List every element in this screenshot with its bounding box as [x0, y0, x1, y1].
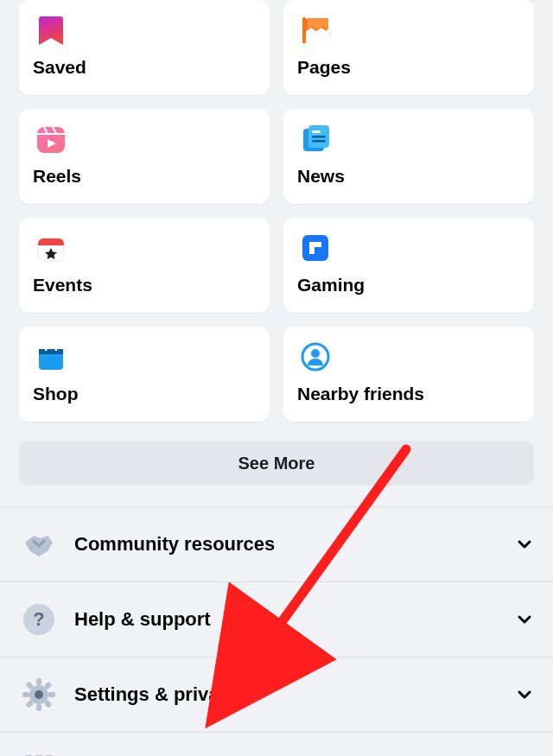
help-icon: ?	[19, 600, 59, 639]
shortcut-gaming[interactable]: Gaming	[283, 218, 534, 313]
shortcut-label: Reels	[33, 166, 256, 187]
shortcut-label: News	[297, 166, 520, 187]
shortcut-news[interactable]: News	[283, 109, 534, 204]
shortcut-label: Saved	[33, 57, 256, 78]
section-help-support[interactable]: ? Help & support	[0, 582, 553, 658]
events-icon	[33, 230, 69, 266]
news-icon	[297, 121, 334, 157]
section-settings-privacy[interactable]: Settings & privacy	[0, 658, 553, 733]
see-more-label: See More	[238, 454, 315, 473]
section-label: Settings & privacy	[74, 683, 515, 706]
shortcut-shop[interactable]: Shop	[19, 327, 270, 422]
see-more-button[interactable]: See More	[19, 441, 534, 486]
reels-icon	[33, 121, 69, 157]
shortcut-nearby-friends[interactable]: Nearby friends	[283, 327, 534, 422]
handshake-icon	[19, 524, 59, 564]
svg-rect-19	[48, 692, 55, 697]
svg-point-12	[311, 349, 320, 358]
shortcut-label: Gaming	[297, 275, 520, 295]
section-label: Help & support	[74, 608, 515, 631]
gaming-icon	[297, 230, 334, 266]
section-label: Community resources	[74, 533, 515, 556]
svg-rect-4	[312, 130, 321, 133]
svg-rect-8	[302, 235, 328, 261]
svg-text:?: ?	[33, 608, 44, 630]
saved-icon	[33, 12, 69, 48]
chevron-down-icon	[515, 535, 534, 554]
nearby-friends-icon	[297, 339, 334, 375]
shortcut-label: Events	[33, 275, 256, 295]
chevron-down-icon	[515, 685, 534, 704]
shortcut-events[interactable]: Events	[19, 218, 270, 313]
apps-grid-icon	[19, 750, 59, 756]
shortcut-reels[interactable]: Reels	[19, 109, 270, 204]
section-also-from-meta[interactable]: Also from Meta	[0, 733, 553, 756]
svg-rect-17	[36, 704, 41, 711]
shortcut-label: Nearby friends	[297, 384, 520, 404]
svg-rect-16	[36, 678, 41, 685]
svg-rect-6	[312, 140, 326, 143]
svg-rect-1	[37, 127, 65, 153]
shortcut-pages[interactable]: Pages	[283, 0, 534, 95]
gear-icon	[19, 675, 59, 715]
shortcut-label: Shop	[33, 384, 256, 404]
section-community-resources[interactable]: Community resources	[0, 507, 553, 582]
pages-icon	[297, 12, 334, 48]
shortcut-label: Pages	[297, 57, 520, 78]
shortcut-saved[interactable]: Saved	[19, 0, 270, 95]
svg-rect-5	[312, 136, 326, 138]
svg-rect-10	[39, 349, 63, 354]
svg-point-24	[35, 690, 43, 699]
svg-rect-18	[22, 692, 29, 697]
svg-rect-0	[302, 17, 306, 43]
chevron-down-icon	[515, 610, 534, 629]
shop-icon	[33, 339, 69, 375]
